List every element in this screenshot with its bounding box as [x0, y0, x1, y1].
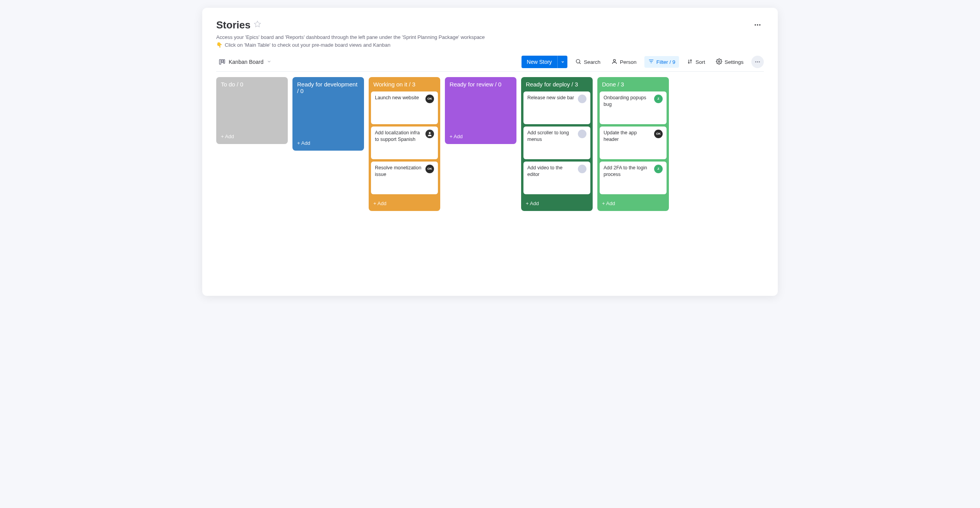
card-title: Add video to the editor [527, 165, 576, 191]
assignee-avatar[interactable]: OK [425, 95, 434, 103]
column-header[interactable]: Ready for deploy / 3 [521, 77, 593, 91]
hint-row: 👇 Click on 'Main Table' to check out you… [216, 41, 764, 49]
card[interactable]: Add 2FA to the login processZ [600, 162, 667, 194]
board-description: Access your 'Epics' board and 'Reports' … [216, 33, 764, 41]
new-story-button[interactable]: New Story [522, 56, 568, 68]
svg-point-0 [755, 24, 756, 25]
svg-point-6 [576, 59, 580, 63]
app-frame: Stories Access your 'Epics' board and 'R… [202, 8, 778, 296]
chevron-down-icon [267, 59, 271, 65]
sort-button[interactable]: Sort [684, 56, 708, 68]
toolbar-more-button[interactable] [751, 56, 764, 68]
new-story-label: New Story [522, 56, 558, 68]
toolbar-right: New Story Search Person Filter / 9 Sort [522, 56, 764, 68]
card[interactable]: Add video to the editor [523, 162, 590, 194]
svg-point-8 [718, 61, 720, 62]
column-body: Launch new websiteOKAdd localization inf… [369, 91, 440, 197]
card[interactable]: Onboarding popups bugZ [600, 91, 667, 124]
column-done: Done / 3Onboarding popups bugZUpdate the… [597, 77, 669, 211]
view-switcher[interactable]: Kanban Board [216, 57, 274, 67]
gear-icon [716, 58, 722, 66]
assignee-avatar[interactable] [578, 95, 586, 103]
column-header[interactable]: Done / 3 [597, 77, 669, 91]
svg-point-11 [759, 62, 760, 63]
card[interactable]: Add localization infra to support Spanis… [371, 127, 438, 159]
assignee-avatar[interactable]: OK [654, 130, 663, 138]
column-body: Release new side barAdd scroller to long… [521, 91, 593, 197]
filter-button[interactable]: Filter / 9 [644, 56, 679, 68]
settings-button[interactable]: Settings [713, 56, 747, 68]
sort-label: Sort [695, 59, 705, 65]
column-working: Working on it / 3Launch new websiteOKAdd… [369, 77, 440, 211]
column-body [216, 91, 288, 130]
assignee-avatar[interactable]: Z [654, 95, 663, 103]
search-button[interactable]: Search [572, 56, 604, 68]
card-title: Release new side bar [527, 95, 574, 121]
card-title: Launch new website [375, 95, 419, 121]
sort-icon [687, 58, 693, 66]
svg-point-2 [759, 24, 760, 25]
board-title: Stories [216, 19, 250, 31]
column-header[interactable]: Working on it / 3 [369, 77, 440, 91]
svg-rect-4 [222, 60, 223, 63]
assignee-avatar[interactable] [578, 130, 586, 138]
card[interactable]: Update the app headerOK [600, 127, 667, 159]
view-name: Kanban Board [229, 59, 264, 65]
card[interactable]: Launch new websiteOK [371, 91, 438, 124]
assignee-avatar[interactable] [425, 130, 434, 138]
add-card-button[interactable]: + Add [216, 130, 288, 144]
svg-rect-3 [219, 60, 221, 64]
column-header[interactable]: Ready for review / 0 [445, 77, 516, 91]
card-title: Add 2FA to the login process [604, 165, 652, 191]
card-title: Update the app header [604, 130, 652, 156]
column-body: Onboarding popups bugZUpdate the app hea… [597, 91, 669, 197]
kanban-board: To do / 0+ AddReady for development / 0+… [216, 77, 764, 219]
column-todo: To do / 0+ Add [216, 77, 288, 144]
add-card-button[interactable]: + Add [521, 197, 593, 211]
column-body [445, 91, 516, 130]
card-title: Add localization infra to support Spanis… [375, 130, 423, 156]
column-body [292, 98, 364, 136]
column-ready-deploy: Ready for deploy / 3Release new side bar… [521, 77, 593, 211]
header-row: Stories [216, 19, 764, 31]
person-icon [611, 58, 618, 66]
column-header[interactable]: To do / 0 [216, 77, 288, 91]
card[interactable]: Resolve monetization issueOK [371, 162, 438, 194]
column-ready-dev: Ready for development / 0+ Add [292, 77, 364, 151]
svg-point-7 [613, 59, 615, 61]
title-wrap: Stories [216, 19, 261, 31]
column-header[interactable]: Ready for development / 0 [292, 77, 364, 98]
pointing-down-emoji-icon: 👇 [216, 41, 222, 49]
add-card-button[interactable]: + Add [369, 197, 440, 211]
person-label: Person [620, 59, 637, 65]
svg-point-9 [755, 62, 756, 63]
settings-label: Settings [724, 59, 744, 65]
filter-icon [648, 58, 654, 65]
toolbar: Kanban Board New Story Search Person [216, 56, 764, 72]
add-card-button[interactable]: + Add [445, 130, 516, 144]
svg-point-10 [757, 62, 758, 63]
card-title: Onboarding popups bug [604, 95, 652, 121]
search-label: Search [584, 59, 600, 65]
svg-point-1 [757, 24, 758, 25]
star-icon[interactable] [254, 20, 261, 30]
kanban-icon [219, 58, 226, 65]
svg-point-12 [429, 132, 431, 134]
add-card-button[interactable]: + Add [597, 197, 669, 211]
card[interactable]: Add scroller to long menus [523, 127, 590, 159]
filter-label: Filter / 9 [656, 59, 676, 65]
card-title: Resolve monetization issue [375, 165, 423, 191]
add-card-button[interactable]: + Add [292, 136, 364, 151]
card-title: Add scroller to long menus [527, 130, 576, 156]
assignee-avatar[interactable] [578, 165, 586, 173]
svg-rect-5 [224, 60, 225, 63]
assignee-avatar[interactable]: OK [425, 165, 434, 173]
assignee-avatar[interactable]: Z [654, 165, 663, 173]
header-more-button[interactable] [751, 19, 764, 31]
new-story-dropdown[interactable] [557, 56, 567, 68]
hint-text: Click on 'Main Table' to check out your … [225, 41, 390, 49]
card[interactable]: Release new side bar [523, 91, 590, 124]
search-icon [575, 58, 581, 66]
person-filter-button[interactable]: Person [608, 56, 640, 68]
column-ready-review: Ready for review / 0+ Add [445, 77, 516, 144]
